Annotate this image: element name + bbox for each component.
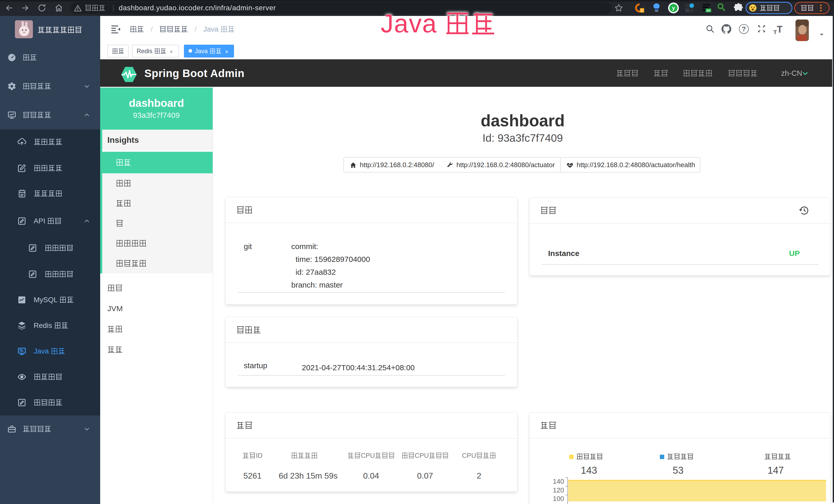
svg-text:y: y <box>672 5 675 11</box>
svg-text:1: 1 <box>641 8 643 12</box>
svg-text:on: on <box>707 9 710 12</box>
